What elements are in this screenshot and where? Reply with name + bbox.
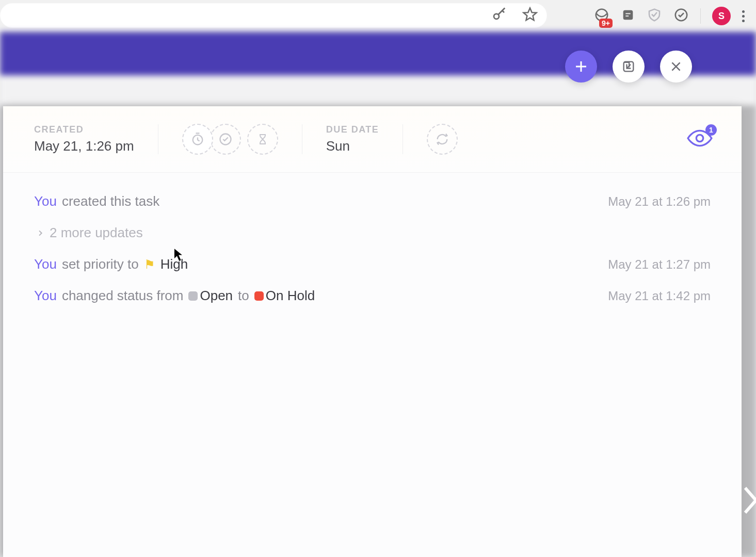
extension-icon-3[interactable] <box>647 7 662 25</box>
activity-list: You created this task May 21 at 1:26 pm … <box>3 173 742 557</box>
profile-avatar[interactable]: S <box>712 7 731 25</box>
close-button[interactable] <box>660 51 692 83</box>
activity-row: You created this task May 21 at 1:26 pm <box>34 193 711 209</box>
activity-user: You <box>34 256 57 272</box>
estimate-icon[interactable] <box>247 124 278 155</box>
activity-row: You changed status from Open to On Hold … <box>34 288 711 304</box>
activity-timestamp: May 21 at 1:26 pm <box>608 194 711 209</box>
mark-done-icon[interactable] <box>210 124 241 155</box>
svg-point-10 <box>696 135 703 141</box>
chrome-divider <box>700 8 701 24</box>
browser-chrome: 9+ S <box>0 0 756 32</box>
activity-text: created this task <box>62 193 159 209</box>
separator <box>302 124 302 154</box>
activity-timestamp: May 21 at 1:27 pm <box>608 257 711 272</box>
minimize-button[interactable] <box>613 51 645 83</box>
status-chip-open <box>188 291 198 301</box>
activity-timestamp: May 21 at 1:42 pm <box>608 289 711 303</box>
time-tracking-icons <box>182 124 278 155</box>
status-chip-onhold <box>254 291 264 301</box>
omnibox[interactable] <box>0 3 547 28</box>
created-value: May 21, 1:26 pm <box>34 138 134 154</box>
due-date-label: DUE DATE <box>326 124 379 135</box>
extension-icon-1[interactable]: 9+ <box>594 7 609 25</box>
svg-rect-4 <box>625 13 630 14</box>
activity-user: You <box>34 193 57 209</box>
created-label: CREATED <box>34 124 134 135</box>
panel-action-buttons <box>565 51 692 83</box>
chevron-right-icon <box>36 229 44 237</box>
priority-value: High <box>160 256 188 272</box>
status-from: Open <box>200 288 233 303</box>
extension-icon-4[interactable] <box>673 7 689 25</box>
watchers-button[interactable]: 1 <box>687 128 713 150</box>
flag-icon: ⚑ <box>144 257 155 272</box>
activity-text: to <box>238 288 249 304</box>
activity-text: changed status from <box>62 288 184 304</box>
extension-badge-count: 9+ <box>599 19 613 28</box>
activity-text: set priority to <box>62 256 139 272</box>
key-icon[interactable] <box>491 7 507 24</box>
svg-marker-1 <box>524 8 537 21</box>
more-updates-label: 2 more updates <box>50 225 143 241</box>
activity-row: You set priority to ⚑ High May 21 at 1:2… <box>34 256 711 272</box>
task-panel-header: CREATED May 21, 1:26 pm DUE DATE Sun <box>3 106 742 173</box>
status-to: On Hold <box>266 288 315 303</box>
extension-icon-2[interactable] <box>621 8 635 24</box>
add-button[interactable] <box>565 51 597 83</box>
separator <box>158 124 158 154</box>
separator <box>403 124 403 154</box>
svg-rect-3 <box>623 10 633 20</box>
browser-menu-icon[interactable] <box>742 10 745 22</box>
due-date-meta[interactable]: DUE DATE Sun <box>326 124 379 154</box>
task-panel: CREATED May 21, 1:26 pm DUE DATE Sun <box>3 106 742 557</box>
next-task-chevron[interactable] <box>741 485 756 518</box>
expand-more-updates[interactable]: 2 more updates <box>34 225 711 241</box>
avatar-initial: S <box>718 11 725 22</box>
start-timer-icon[interactable] <box>182 124 213 155</box>
created-meta: CREATED May 21, 1:26 pm <box>34 124 134 154</box>
activity-user: You <box>34 288 57 304</box>
watchers-count-badge: 1 <box>705 124 717 136</box>
recurring-icon[interactable] <box>427 124 458 155</box>
svg-rect-5 <box>625 15 629 17</box>
due-date-value: Sun <box>326 138 379 154</box>
bookmark-star-icon[interactable] <box>522 7 538 24</box>
